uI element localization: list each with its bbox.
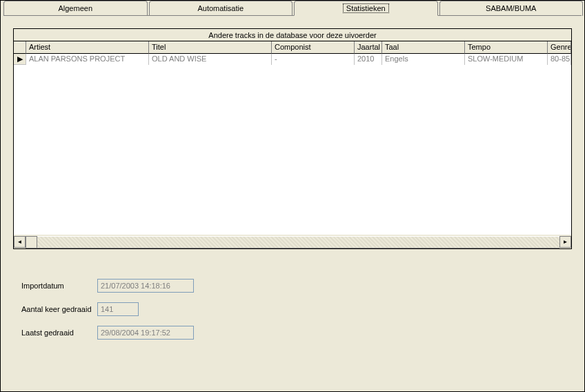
tab-label: Automatisatie	[197, 4, 244, 12]
label-aantal: Aantal keer gedraaid	[21, 305, 97, 313]
tab-label: Statistieken	[343, 3, 389, 13]
field-laatst: 29/08/2004 19:17:52	[97, 326, 194, 340]
tab-label: SABAM/BUMA	[486, 4, 536, 12]
chevron-right-icon: ►	[563, 239, 568, 245]
tab-sabam[interactable]: SABAM/BUMA	[439, 1, 584, 16]
row-marker-icon: ▶	[14, 54, 26, 65]
cell-genre: 80-85	[548, 54, 571, 65]
tab-algemeen[interactable]: Algemeen	[3, 1, 148, 16]
header-tempo[interactable]: Tempo	[465, 41, 548, 54]
cell-jaartal: 2010	[355, 54, 382, 65]
header-jaartal[interactable]: Jaartal	[355, 41, 382, 54]
chevron-left-icon: ◄	[17, 239, 23, 245]
header-marker[interactable]	[14, 41, 26, 54]
tracks-panel: Andere tracks in de database voor deze u…	[13, 28, 572, 249]
row-aantal: Aantal keer gedraaid 141	[21, 297, 194, 321]
field-importdatum: 21/07/2003 14:18:16	[97, 279, 194, 293]
header-genre[interactable]: Genre	[548, 41, 571, 54]
tab-underline	[3, 15, 582, 16]
window: Algemeen Automatisatie Statistieken SABA…	[0, 0, 585, 392]
scroll-left-button[interactable]: ◄	[14, 236, 26, 248]
panel-title: Andere tracks in de database voor deze u…	[14, 29, 571, 41]
cell-tempo: SLOW-MEDIUM	[465, 54, 548, 65]
tab-automatisatie[interactable]: Automatisatie	[149, 1, 293, 16]
grid-body[interactable]: ▶ ALAN PARSONS PROJECT OLD AND WISE - 20…	[14, 54, 571, 235]
tab-label: Algemeen	[58, 4, 92, 12]
cell-titel: OLD AND WISE	[149, 54, 272, 65]
horizontal-scrollbar[interactable]: ◄ ►	[14, 236, 571, 248]
label-importdatum: Importdatum	[21, 282, 97, 290]
header-taal[interactable]: Taal	[382, 41, 465, 54]
stats-form: Importdatum 21/07/2003 14:18:16 Aantal k…	[21, 274, 194, 344]
header-titel[interactable]: Titel	[149, 41, 272, 54]
header-componist[interactable]: Componist	[272, 41, 355, 54]
header-artiest[interactable]: Artiest	[26, 41, 149, 54]
row-importdatum: Importdatum 21/07/2003 14:18:16	[21, 274, 194, 297]
grid-header: Artiest Titel Componist Jaartal Taal Tem…	[14, 41, 571, 54]
tab-strip: Algemeen Automatisatie Statistieken SABA…	[3, 1, 584, 16]
field-aantal: 141	[97, 302, 139, 316]
cell-componist: -	[272, 54, 355, 65]
scroll-track[interactable]	[37, 236, 559, 248]
cell-artiest: ALAN PARSONS PROJECT	[26, 54, 149, 65]
tab-statistieken[interactable]: Statistieken	[294, 1, 438, 16]
table-row[interactable]: ▶ ALAN PARSONS PROJECT OLD AND WISE - 20…	[14, 54, 571, 65]
label-laatst: Laatst gedraaid	[21, 329, 97, 337]
scroll-right-button[interactable]: ►	[559, 236, 571, 248]
row-laatst: Laatst gedraaid 29/08/2004 19:17:52	[21, 321, 194, 344]
scroll-thumb[interactable]	[26, 236, 37, 248]
cell-taal: Engels	[382, 54, 465, 65]
